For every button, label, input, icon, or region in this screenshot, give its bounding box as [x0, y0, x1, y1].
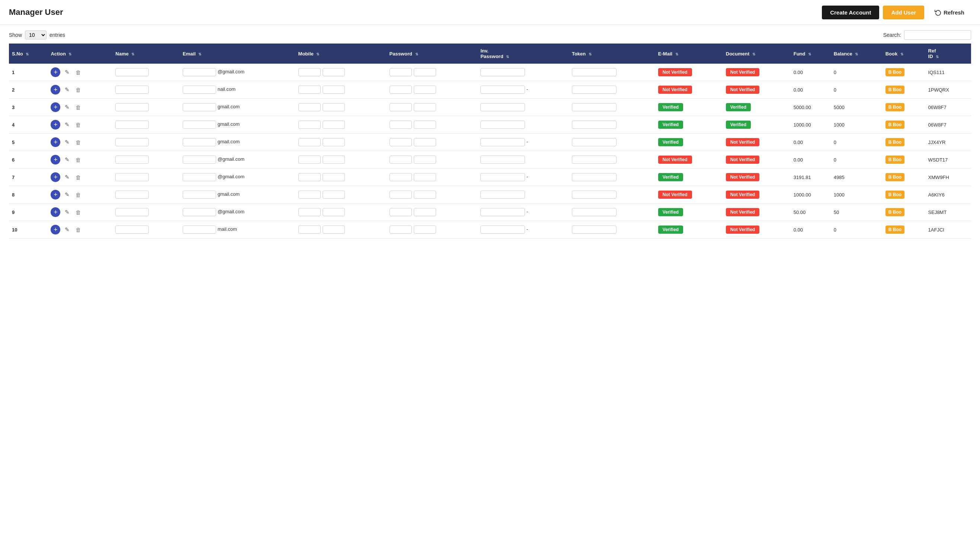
edit-button[interactable]: ✎ — [63, 86, 71, 94]
inv-dash: - — [526, 86, 528, 92]
email-status-badge: Verified — [658, 121, 683, 129]
inv-pwd-field — [480, 173, 525, 181]
cell-email-status: Verified — [655, 99, 723, 116]
cell-ref-id: JJX4YR — [925, 134, 971, 151]
add-button[interactable]: + — [51, 207, 60, 217]
cell-token — [569, 116, 655, 134]
add-button[interactable]: + — [51, 190, 60, 200]
action-cell: + ✎ 🗑 — [51, 85, 109, 94]
token-field — [572, 68, 617, 76]
cell-token — [569, 64, 655, 81]
edit-button[interactable]: ✎ — [63, 173, 71, 181]
doc-status-badge: Not Verified — [726, 190, 760, 199]
add-button[interactable]: + — [51, 67, 60, 77]
cell-balance: 4985 — [831, 169, 883, 186]
cell-password — [386, 151, 478, 169]
delete-button[interactable]: 🗑 — [74, 191, 82, 199]
edit-button[interactable]: ✎ — [63, 121, 71, 129]
refresh-button[interactable]: Refresh — [928, 5, 971, 19]
name-field — [115, 173, 149, 181]
inv-pwd-field — [480, 225, 525, 234]
cell-sno: 10 — [9, 221, 48, 238]
add-button[interactable]: + — [51, 137, 60, 147]
doc-status-badge: Verified — [726, 121, 751, 129]
mobile-field2 — [323, 190, 345, 199]
delete-button[interactable]: 🗑 — [74, 174, 82, 181]
edit-button[interactable]: ✎ — [63, 208, 71, 216]
edit-button[interactable]: ✎ — [63, 138, 71, 146]
pwd-field2 — [414, 155, 436, 164]
sort-icon-balance: ⇅ — [855, 52, 858, 56]
pwd-field — [389, 173, 412, 181]
inv-dash: - — [526, 139, 528, 144]
cell-balance: 0 — [831, 81, 883, 99]
col-inv-password: Inv.Password ⇅ — [477, 43, 569, 64]
delete-button[interactable]: 🗑 — [74, 156, 82, 164]
pwd-field2 — [414, 208, 436, 216]
show-label: Show — [9, 32, 22, 38]
cell-book: B Boo — [883, 169, 925, 186]
create-account-button[interactable]: Create Account — [822, 6, 879, 19]
add-button[interactable]: + — [51, 103, 60, 112]
cell-sno: 2 — [9, 81, 48, 99]
cell-fund: 3191.81 — [790, 169, 831, 186]
cell-book: B Boo — [883, 221, 925, 238]
entries-select[interactable]: 10 25 50 100 — [25, 30, 46, 40]
cell-email-status: Not Verified — [655, 81, 723, 99]
table-row: 4 + ✎ 🗑 gmail.com Verif — [9, 116, 971, 134]
add-user-button[interactable]: Add User — [883, 6, 924, 19]
edit-button[interactable]: ✎ — [63, 103, 71, 111]
search-input[interactable] — [904, 30, 971, 40]
cell-token — [569, 221, 655, 238]
cell-doc-status: Not Verified — [723, 134, 790, 151]
cell-book: B Boo — [883, 116, 925, 134]
cell-inv-password — [477, 151, 569, 169]
email-status-badge: Verified — [658, 208, 683, 216]
edit-button[interactable]: ✎ — [63, 190, 71, 199]
action-cell: + ✎ 🗑 — [51, 225, 109, 235]
add-button[interactable]: + — [51, 155, 60, 164]
delete-button[interactable]: 🗑 — [74, 139, 82, 146]
pwd-field — [389, 225, 412, 234]
delete-button[interactable]: 🗑 — [74, 226, 82, 234]
add-button[interactable]: + — [51, 225, 60, 235]
name-field — [115, 208, 149, 216]
cell-book: B Boo — [883, 186, 925, 203]
sort-icon-email: ⇅ — [198, 52, 201, 56]
mobile-field2 — [323, 225, 345, 234]
cell-mobile — [295, 151, 386, 169]
delete-button[interactable]: 🗑 — [74, 121, 82, 129]
delete-button[interactable]: 🗑 — [74, 86, 82, 94]
cell-balance: 5000 — [831, 99, 883, 116]
cell-sno: 6 — [9, 151, 48, 169]
inv-pwd-field — [480, 68, 525, 76]
cell-name — [112, 116, 180, 134]
col-action: Action ⇅ — [48, 43, 112, 64]
token-field — [572, 138, 617, 146]
edit-button[interactable]: ✎ — [63, 68, 71, 76]
email-status-badge: Verified — [658, 138, 683, 146]
cell-mobile — [295, 64, 386, 81]
cell-fund: 50.00 — [790, 203, 831, 221]
col-token: Token ⇅ — [569, 43, 655, 64]
doc-status-badge: Not Verified — [726, 68, 760, 76]
add-button[interactable]: + — [51, 120, 60, 129]
cell-password — [386, 186, 478, 203]
delete-button[interactable]: 🗑 — [74, 208, 82, 216]
cell-email-status: Not Verified — [655, 151, 723, 169]
edit-button[interactable]: ✎ — [63, 155, 71, 164]
cell-ref-id: 1AFJCI — [925, 221, 971, 238]
pwd-field — [389, 190, 412, 199]
add-button[interactable]: + — [51, 172, 60, 182]
delete-button[interactable]: 🗑 — [74, 103, 82, 111]
inv-dash: - — [526, 226, 528, 232]
col-name: Name ⇅ — [112, 43, 180, 64]
pwd-field — [389, 208, 412, 216]
cell-token — [569, 151, 655, 169]
edit-button[interactable]: ✎ — [63, 225, 71, 234]
cell-token — [569, 99, 655, 116]
add-button[interactable]: + — [51, 85, 60, 94]
users-table: S.No ⇅ Action ⇅ Name ⇅ Email ⇅ Mobile ⇅ … — [9, 43, 971, 238]
name-field — [115, 121, 149, 129]
delete-button[interactable]: 🗑 — [74, 68, 82, 76]
